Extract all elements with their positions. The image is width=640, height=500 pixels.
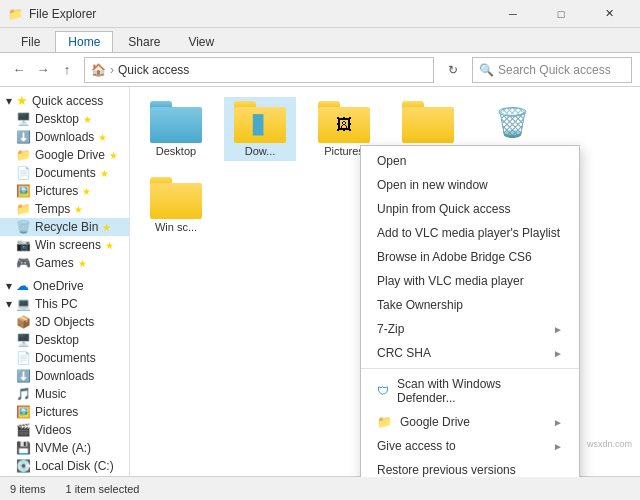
desktop2-icon: 🖥️ (16, 333, 31, 347)
search-box[interactable]: 🔍 Search Quick access (472, 57, 632, 83)
sidebar-item-music[interactable]: 🎵 Music (0, 385, 129, 403)
pictures-icon: 🖼️ (16, 184, 31, 198)
context-menu-overlay: Open Open in new window Unpin from Quick… (130, 87, 640, 477)
sidebar-item-downloads2[interactable]: ⬇️ Downloads (0, 367, 129, 385)
sidebar-item-nvme[interactable]: 💾 NVMe (A:) (0, 439, 129, 457)
sidebar-item-desktop[interactable]: 🖥️ Desktop ★ (0, 110, 129, 128)
3dobjects-icon: 📦 (16, 315, 31, 329)
menu-unpin[interactable]: Unpin from Quick access (361, 197, 579, 221)
recycle-icon: 🗑️ (16, 220, 31, 234)
sidebar-label-music: Music (35, 387, 66, 401)
title-bar-controls: ─ □ ✕ (490, 0, 632, 28)
sidebar-item-3dobjects[interactable]: 📦 3D Objects (0, 313, 129, 331)
search-icon: 🔍 (479, 63, 494, 77)
close-button[interactable]: ✕ (586, 0, 632, 28)
maximize-button[interactable]: □ (538, 0, 584, 28)
thispc-header[interactable]: ▾ 💻 This PC (0, 295, 129, 313)
forward-button[interactable]: → (32, 59, 54, 81)
music-icon: 🎵 (16, 387, 31, 401)
menu-label-defender: Scan with Windows Defender... (397, 377, 563, 405)
7zip-arrow: ► (553, 324, 563, 335)
ribbon: File Home Share View (0, 28, 640, 53)
menu-label-unpin: Unpin from Quick access (377, 202, 510, 216)
sidebar-item-documents2[interactable]: 📄 Documents (0, 349, 129, 367)
sidebar-item-winscreens[interactable]: 📷 Win screens ★ (0, 236, 129, 254)
star-icon-temps: ★ (74, 204, 83, 215)
content-area: Desktop ▊ Dow... 🖼 (130, 87, 640, 477)
sidebar-item-localdisk[interactable]: 💽 Local Disk (C:) (0, 457, 129, 475)
sidebar-label-pictures2: Pictures (35, 405, 78, 419)
sidebar-item-temps[interactable]: 📁 Temps ★ (0, 200, 129, 218)
menu-label-7zip: 7-Zip (377, 322, 404, 336)
menu-bridge[interactable]: Browse in Adobe Bridge CS6 (361, 245, 579, 269)
star-icon-winscreens: ★ (105, 240, 114, 251)
app-title: File Explorer (29, 7, 96, 21)
minimize-button[interactable]: ─ (490, 0, 536, 28)
sidebar-label-localdisk: Local Disk (C:) (35, 459, 114, 473)
sidebar-label-recycle: Recycle Bin (35, 220, 98, 234)
sidebar-item-downloads[interactable]: ⬇️ Downloads ★ (0, 128, 129, 146)
menu-label-crcsha: CRC SHA (377, 346, 431, 360)
menu-vlc-playlist[interactable]: Add to VLC media player's Playlist (361, 221, 579, 245)
context-menu: Open Open in new window Unpin from Quick… (360, 145, 580, 477)
star-icon-pictures: ★ (82, 186, 91, 197)
up-button[interactable]: ↑ (56, 59, 78, 81)
address-path[interactable]: 🏠 › Quick access (84, 57, 434, 83)
menu-open-new-window[interactable]: Open in new window (361, 173, 579, 197)
menu-restore[interactable]: Restore previous versions (361, 458, 579, 477)
onedrive-arrow: ▾ (6, 279, 12, 293)
sidebar-item-desktop2[interactable]: 🖥️ Desktop (0, 331, 129, 349)
search-placeholder: Search Quick access (498, 63, 611, 77)
back-button[interactable]: ← (8, 59, 30, 81)
pictures2-icon: 🖼️ (16, 405, 31, 419)
onedrive-header[interactable]: ▾ ☁ OneDrive (0, 276, 129, 295)
gdrive-menu-icon: 📁 (377, 415, 392, 429)
sidebar-item-videos[interactable]: 🎬 Videos (0, 421, 129, 439)
sidebar-item-recycle[interactable]: 🗑️ Recycle Bin ★ (0, 218, 129, 236)
sidebar-item-games[interactable]: 🎮 Games ★ (0, 254, 129, 272)
defender-icon: 🛡 (377, 384, 389, 398)
nav-buttons: ← → ↑ (8, 59, 78, 81)
tab-file[interactable]: File (8, 31, 53, 52)
temps-icon: 📁 (16, 202, 31, 216)
menu-defender[interactable]: 🛡 Scan with Windows Defender... (361, 372, 579, 410)
menu-vlc-play[interactable]: Play with VLC media player (361, 269, 579, 293)
home-icon: 🏠 (91, 63, 106, 77)
menu-open[interactable]: Open (361, 149, 579, 173)
videos-icon: 🎬 (16, 423, 31, 437)
tab-view[interactable]: View (175, 31, 227, 52)
menu-7zip[interactable]: 7-Zip ► (361, 317, 579, 341)
address-bar: ← → ↑ 🏠 › Quick access ↻ 🔍 Search Quick … (0, 53, 640, 87)
separator-1 (361, 368, 579, 369)
quick-access-label: Quick access (32, 94, 103, 108)
sidebar-label-3dobjects: 3D Objects (35, 315, 94, 329)
sidebar-label-downloads2: Downloads (35, 369, 94, 383)
menu-gdrive[interactable]: 📁 Google Drive ► (361, 410, 579, 434)
menu-ownership[interactable]: Take Ownership (361, 293, 579, 317)
status-bar: 9 items 1 item selected (0, 476, 640, 500)
menu-crcsha[interactable]: CRC SHA ► (361, 341, 579, 365)
sidebar-item-pictures2[interactable]: 🖼️ Pictures (0, 403, 129, 421)
sidebar-item-pictures[interactable]: 🖼️ Pictures ★ (0, 182, 129, 200)
quick-access-star: ★ (16, 93, 28, 108)
sidebar-item-googledrive[interactable]: 📁 Google Drive ★ (0, 146, 129, 164)
menu-label-vlc: Add to VLC media player's Playlist (377, 226, 560, 240)
star-icon-games: ★ (78, 258, 87, 269)
sidebar-label-documents: Documents (35, 166, 96, 180)
tab-home[interactable]: Home (55, 31, 113, 52)
title-bar-left: 📁 File Explorer (8, 7, 96, 21)
refresh-button[interactable]: ↻ (440, 57, 466, 83)
crcsha-arrow: ► (553, 348, 563, 359)
menu-label-open: Open (377, 154, 406, 168)
thispc-icon: 💻 (16, 297, 31, 311)
tab-share[interactable]: Share (115, 31, 173, 52)
menu-label-bridge: Browse in Adobe Bridge CS6 (377, 250, 532, 264)
menu-label-restore: Restore previous versions (377, 463, 516, 477)
star-icon-recycle: ★ (102, 222, 111, 233)
item-count: 9 items (10, 483, 45, 495)
sidebar-item-documents[interactable]: 📄 Documents ★ (0, 164, 129, 182)
menu-label-open-new: Open in new window (377, 178, 488, 192)
menu-give-access[interactable]: Give access to ► (361, 434, 579, 458)
quick-access-header[interactable]: ▾ ★ Quick access (0, 91, 129, 110)
documents-icon: 📄 (16, 166, 31, 180)
